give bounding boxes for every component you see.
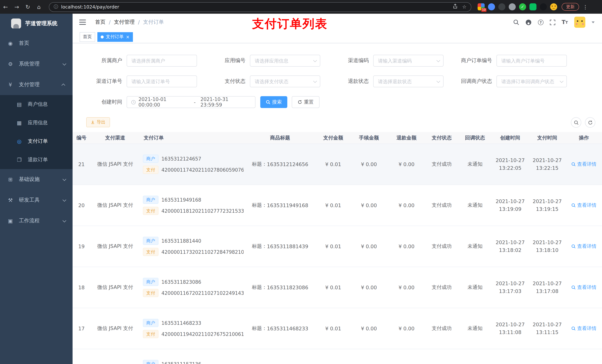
title-prefix: 标题： xyxy=(252,161,267,167)
hamburger-icon[interactable] xyxy=(79,20,86,25)
reload-icon[interactable]: ↻ xyxy=(22,3,33,10)
help-icon[interactable]: ? xyxy=(538,20,544,25)
tab-home[interactable]: 首页 xyxy=(80,32,95,42)
cell-pay-channel xyxy=(90,349,140,364)
cell-order-id: 18 xyxy=(73,267,90,308)
extension-icon[interactable] xyxy=(540,3,547,10)
title-value: 1635311949168 xyxy=(267,202,308,208)
sidebar-item-payment[interactable]: ¥ 支付管理 xyxy=(0,74,73,95)
extension-icon[interactable] xyxy=(550,3,557,10)
fullscreen-icon[interactable] xyxy=(550,20,555,25)
cell-pay-order: 商户1635311468233 支付4200001194202110276752… xyxy=(140,308,244,349)
sidebar-item-refund-order[interactable]: ❐ 退款订单 xyxy=(0,151,73,169)
search-icon[interactable] xyxy=(513,19,519,25)
toggle-search-button[interactable] xyxy=(571,117,581,128)
tab-pay-order[interactable]: 支付订单 × xyxy=(97,32,133,42)
site-info-icon[interactable]: ⓘ xyxy=(54,4,58,10)
merchant-select[interactable] xyxy=(127,55,197,66)
browser-menu-icon[interactable]: ⋮ xyxy=(583,4,588,10)
reset-button[interactable]: 重置 xyxy=(292,96,320,108)
back-icon[interactable]: ← xyxy=(0,3,11,10)
cell-actions: 查看详情 xyxy=(566,308,602,349)
github-icon[interactable] xyxy=(525,19,532,25)
table-header: 编号 支付渠道 支付订单 商品标题 支付金额 手续金额 退款金额 支付状态 回调… xyxy=(73,132,602,144)
field-label: 回调商户状态 xyxy=(460,78,496,85)
cell-refund-amount: ¥ 0.00 xyxy=(388,308,425,349)
search-icon xyxy=(571,285,576,290)
cell-fee-amount: ¥ 0.00 xyxy=(350,185,388,226)
filter-row-3: 创建时间 2021-10-01 00:00:00 - 2021-10-31 23… xyxy=(73,96,320,108)
cell-order-id: 19 xyxy=(73,226,90,267)
sidebar-item-devtools[interactable]: ⚒ 研发工具 xyxy=(0,190,73,210)
cell-notify-status: 未通知 xyxy=(458,308,492,349)
extension-icon[interactable] xyxy=(529,3,537,10)
close-icon[interactable]: × xyxy=(126,35,129,39)
notify-status-select[interactable] xyxy=(497,76,567,87)
search-button[interactable]: 搜索 xyxy=(260,96,287,108)
extension-icon[interactable] xyxy=(519,3,526,10)
pay-tag: 支付 xyxy=(143,330,159,338)
address-bar[interactable]: ⓘ localhost:1024/pay/order ☆ xyxy=(49,2,471,12)
cell-refund-amount: ¥ 0.00 xyxy=(388,267,425,308)
column-header: 手续金额 xyxy=(350,132,388,144)
extension-icon[interactable] xyxy=(488,3,495,10)
table-row: 20 微信 JSAPI 支付 商户1635311949168 支付4200001… xyxy=(73,185,602,226)
chevron-up-icon xyxy=(62,83,65,87)
cell-product-title: 标题：1635312124656 xyxy=(244,144,317,185)
title-prefix: 标题： xyxy=(252,325,267,332)
sidebar-item-workflow[interactable]: ▣ 工作流程 xyxy=(0,210,73,231)
refund-status-select[interactable] xyxy=(374,76,443,87)
home-icon[interactable]: ⌂ xyxy=(33,3,44,10)
forward-icon[interactable]: → xyxy=(11,3,22,10)
sidebar-item-merchant-info[interactable]: ▤ 商户信息 xyxy=(0,95,73,114)
channel-order-no-input[interactable] xyxy=(127,76,197,87)
view-detail-link[interactable]: 查看详情 xyxy=(571,284,596,291)
app-select[interactable] xyxy=(250,55,320,66)
extension-icon[interactable] xyxy=(498,3,505,10)
cell-fee-amount: ¥ 0.00 xyxy=(350,226,388,267)
bookmark-star-icon[interactable]: ☆ xyxy=(462,4,466,10)
view-detail-link[interactable]: 查看详情 xyxy=(571,161,596,167)
view-detail-link[interactable]: 查看详情 xyxy=(571,202,596,209)
sidebar-item-pay-order[interactable]: ◎ 支付订单 xyxy=(0,132,73,151)
filter-refund-status: 退款状态 xyxy=(336,75,443,87)
caret-down-icon[interactable] xyxy=(592,21,595,23)
sidebar-item-system[interactable]: ⚙ 系统管理 xyxy=(0,54,73,74)
refresh-button[interactable] xyxy=(585,117,595,128)
cell-pay-time: 2021-10-2713:19:15 xyxy=(529,185,566,226)
cell-refund-amount: ¥ 0.00 xyxy=(388,226,425,267)
sidebar-item-app-info[interactable]: ▦ 应用信息 xyxy=(0,114,73,132)
view-detail-link[interactable]: 查看详情 xyxy=(571,243,596,250)
cell-notify-status: 未通知 xyxy=(458,144,492,185)
export-button[interactable]: 导出 xyxy=(86,117,110,127)
channel-code-select[interactable] xyxy=(374,55,443,66)
date-range-input[interactable]: 2021-10-01 00:00:00 - 2021-10-31 23:59:5… xyxy=(127,96,256,108)
merchant-order-no-input[interactable] xyxy=(497,55,567,66)
app-logo[interactable]: 芋道管理系统 xyxy=(0,14,73,33)
avatar[interactable] xyxy=(574,17,585,28)
share-icon[interactable] xyxy=(453,4,458,10)
breadcrumb-current: 支付订单 xyxy=(143,19,164,26)
breadcrumb-home[interactable]: 首页 xyxy=(95,19,106,26)
browser-update-button[interactable]: 更新 xyxy=(562,3,579,11)
pay-status-select[interactable] xyxy=(250,76,320,87)
font-size-icon[interactable]: TT xyxy=(562,19,568,26)
browser-toolbar: ← → ↻ ⌂ ⓘ localhost:1024/pay/order ☆ 10 … xyxy=(0,0,602,14)
view-detail-link[interactable]: 查看详情 xyxy=(571,325,596,332)
extension-icon[interactable] xyxy=(509,3,516,10)
merchant-tag: 商户 xyxy=(143,319,159,327)
orders-table: 编号 支付渠道 支付订单 商品标题 支付金额 手续金额 退款金额 支付状态 回调… xyxy=(73,132,602,364)
download-icon xyxy=(91,120,95,124)
extension-icon[interactable]: 10 xyxy=(478,3,485,10)
search-icon xyxy=(266,100,270,104)
breadcrumb-payment[interactable]: 支付管理 xyxy=(114,19,135,26)
tags-view: 首页 支付订单 × xyxy=(73,31,602,43)
cell-create-time: 2021-10-2713:19:09 xyxy=(492,185,529,226)
merchant-order-no: 1635311468233 xyxy=(161,320,201,326)
sidebar-item-infra[interactable]: ⊞ 基础设施 xyxy=(0,169,73,190)
sidebar-item-home[interactable]: ◉ 首页 xyxy=(0,33,73,54)
column-header: 退款金额 xyxy=(388,132,425,144)
cell-pay-time: 2021-10-2713:18:10 xyxy=(529,226,566,267)
column-header: 操作 xyxy=(566,132,602,144)
column-header: 支付时间 xyxy=(529,132,566,144)
